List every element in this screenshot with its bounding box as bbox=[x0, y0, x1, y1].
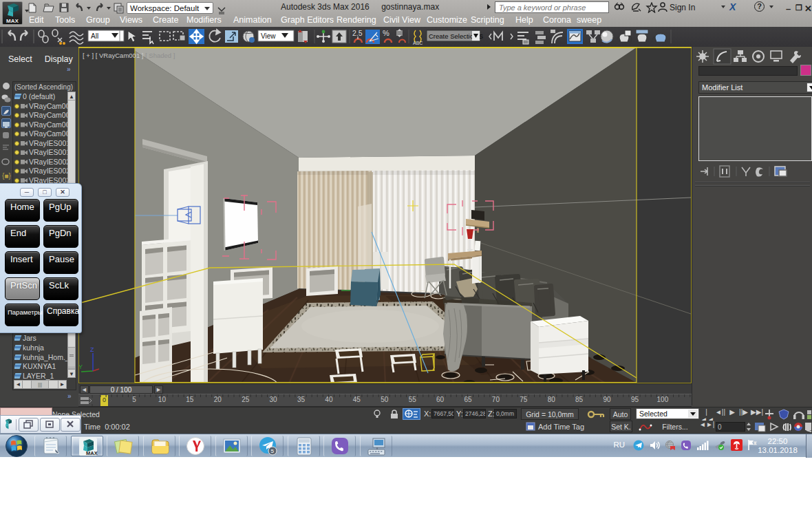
svg-text:{■}: {■} bbox=[2, 172, 11, 180]
svg-text:Z: Z bbox=[90, 346, 94, 353]
svg-text:View: View bbox=[261, 32, 276, 40]
svg-text:ABC: ABC bbox=[413, 41, 423, 45]
svg-text:MAX: MAX bbox=[86, 450, 98, 456]
svg-text:2.5: 2.5 bbox=[352, 29, 363, 37]
svg-text:5: 5 bbox=[271, 448, 275, 454]
svg-text:[ + ] [ VRayCam001 ] [ Shaded: [ + ] [ VRayCam001 ] [ Shaded ] bbox=[83, 52, 175, 59]
svg-text:%: % bbox=[383, 29, 389, 37]
svg-text:All: All bbox=[91, 32, 98, 40]
svg-text:Y: Y bbox=[78, 363, 83, 370]
svg-text:MAX: MAX bbox=[6, 18, 19, 24]
